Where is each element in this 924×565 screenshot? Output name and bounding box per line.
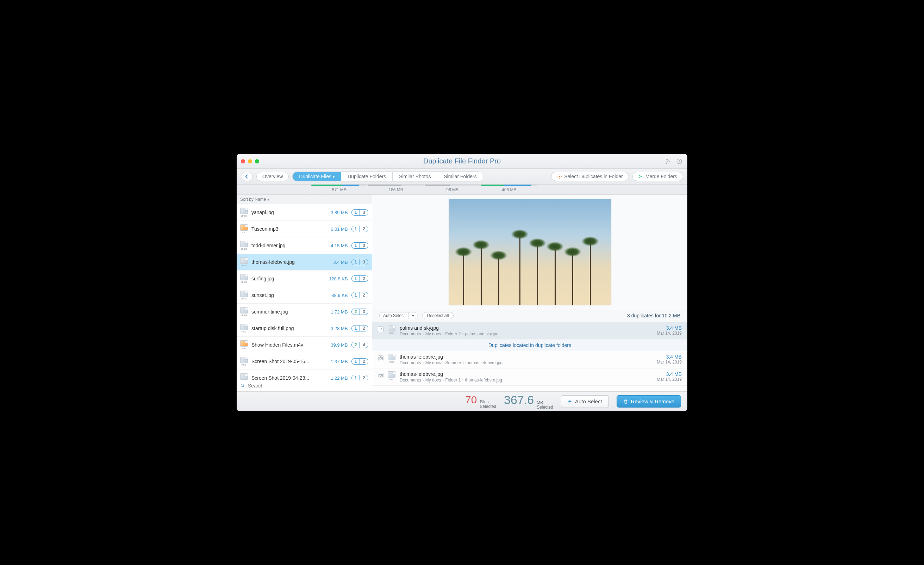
count-badge: 24	[351, 342, 368, 348]
file-size: 3.28 MB	[323, 326, 348, 331]
svg-point-11	[380, 375, 382, 377]
svg-point-0	[666, 163, 667, 164]
duplicate-size: 3.4 MB	[657, 354, 682, 360]
list-item[interactable]: PNGstartup disk full.png3.28 MB12	[237, 320, 372, 337]
svg-line-7	[243, 386, 244, 388]
footer-auto-select-button[interactable]: ✦ Auto Select	[561, 395, 609, 408]
list-item[interactable]: PNGScreen Shot 2019-05-16...1.37 MB12	[237, 353, 372, 370]
view-tabs: Duplicate Files Duplicate Folders Simila…	[292, 171, 483, 182]
file-icon: JPEG	[240, 241, 248, 250]
duplicate-name: thomas-lefebvre.jpg	[400, 354, 652, 360]
tab-duplicate-files[interactable]: Duplicate Files	[292, 172, 341, 181]
duplicate-name: palms and sky.jpg	[400, 325, 652, 331]
tab-similar-folders[interactable]: Similar Folders	[437, 172, 483, 181]
count-badge: 13	[351, 242, 368, 249]
list-item[interactable]: MP3Tuscon.mp36.01 MB12	[237, 221, 372, 237]
search-bar[interactable]	[237, 380, 372, 391]
count-badge: 12	[351, 358, 368, 365]
target-icon	[557, 174, 562, 179]
file-size: 1.72 MB	[323, 309, 348, 314]
file-icon: JPEG	[240, 307, 248, 316]
file-name: yanapi.jpg	[251, 210, 320, 215]
file-name: startup disk full.png	[251, 326, 320, 331]
list-item[interactable]: JPEGyanapi.jpg3.89 MB13	[237, 204, 372, 221]
svg-point-9	[380, 358, 382, 359]
list-item[interactable]: JPEGtodd-diemer.jpg4.15 MB13	[237, 237, 372, 254]
file-icon: PNG	[240, 324, 248, 333]
list-item[interactable]: JPEGsunset.jpg88.9 KB12	[237, 287, 372, 304]
camera-icon[interactable]	[378, 355, 384, 361]
rss-icon[interactable]	[665, 158, 671, 164]
duplicate-row[interactable]: JPEGthomas-lefebvre.jpgDocuments›My docs…	[372, 368, 687, 386]
file-name: Show Hidden Files.m4v	[251, 342, 320, 348]
list-item[interactable]: JPEGthomas-lefebvre.jpg3.4 MB13	[237, 254, 372, 270]
trash-icon	[623, 399, 628, 404]
list-item[interactable]: M4VShow Hidden Files.m4v39.9 MB24	[237, 337, 372, 353]
search-input[interactable]	[248, 383, 368, 389]
mb-selected-stat: 367.6 MBSelected	[504, 393, 553, 410]
merge-icon	[638, 174, 644, 179]
file-icon: M4V	[240, 340, 248, 349]
file-size: 6.01 MB	[323, 227, 348, 232]
list-item[interactable]: PNGScreen Shot 2019-04-23...1.22 MB12	[237, 370, 372, 380]
sort-dropdown[interactable]: Sort by Name ▾	[237, 195, 372, 204]
duplicate-date: Mar 14, 2019	[657, 377, 682, 382]
file-name: sunset.jpg	[251, 292, 320, 298]
duplicate-row[interactable]: ✓JPEGpalms and sky.jpgDocuments›My docs›…	[372, 322, 687, 340]
file-list[interactable]: JPEGyanapi.jpg3.89 MB13MP3Tuscon.mp36.01…	[237, 204, 372, 380]
progress-item: 406 MB	[481, 185, 537, 192]
merge-folders-button[interactable]: Merge Folders	[632, 172, 683, 181]
count-badge: 12	[351, 292, 368, 298]
window-title: Duplicate File Finder Pro	[237, 157, 687, 165]
duplicate-size: 3.4 MB	[657, 371, 682, 377]
duplicate-date: Mar 14, 2019	[657, 331, 682, 336]
info-icon[interactable]	[676, 158, 682, 164]
toolbar: Overview Duplicate Files Duplicate Folde…	[237, 169, 687, 185]
file-icon: JPEG	[388, 325, 396, 334]
svg-point-3	[679, 160, 679, 160]
app-window: Duplicate File Finder Pro Overview Dupli…	[237, 154, 687, 411]
progress-row: 571 MB186 MB96 MB406 MB	[237, 185, 687, 195]
count-badge: 13	[351, 259, 368, 265]
file-size: 39.9 MB	[323, 343, 348, 348]
camera-icon[interactable]	[378, 373, 384, 378]
count-badge: 13	[351, 209, 368, 216]
select-duplicates-in-folder-button[interactable]: Select Duplicates in Folder	[551, 172, 629, 181]
file-size: 128.8 KB	[323, 276, 348, 281]
file-icon: PNG	[240, 373, 248, 380]
overview-button[interactable]: Overview	[256, 172, 289, 181]
detail-actions: Auto Select ▾ Deselect All 3 duplicates …	[372, 309, 687, 322]
file-name: thomas-lefebvre.jpg	[251, 259, 320, 265]
file-name: Screen Shot 2019-04-23...	[251, 375, 320, 380]
file-name: Screen Shot 2019-05-16...	[251, 359, 320, 364]
file-icon: JPEG	[240, 274, 248, 283]
count-badge: 12	[351, 275, 368, 282]
duplicate-name: thomas-lefebvre.jpg	[400, 371, 652, 377]
duplicate-date: Mar 14, 2019	[657, 360, 682, 365]
back-button[interactable]	[241, 172, 253, 181]
duplicate-path: Documents›My docs›Folder 1›thomas-lefebv…	[400, 378, 652, 383]
auto-select-detail-button[interactable]: Auto Select	[380, 313, 408, 319]
tab-duplicate-folders[interactable]: Duplicate Folders	[341, 172, 393, 181]
progress-item: 186 MB	[368, 185, 424, 192]
review-remove-button[interactable]: Review & Remove	[616, 395, 681, 407]
file-name: summer time.jpg	[251, 309, 320, 314]
file-icon: PNG	[240, 357, 248, 366]
count-badge: 12	[351, 325, 368, 332]
list-item[interactable]: JPEGsummer time.jpg1.72 MB23	[237, 304, 372, 320]
list-item[interactable]: JPEGsurfing.jpg128.8 KB12	[237, 270, 372, 287]
duplicate-row[interactable]: JPEGthomas-lefebvre.jpgDocuments›My docs…	[372, 351, 687, 368]
file-icon: JPEG	[240, 208, 248, 217]
duplicate-path: Documents›My docs›Folder 2›palms and sky…	[400, 332, 652, 337]
file-icon: JPEG	[388, 371, 396, 380]
file-size: 4.15 MB	[323, 243, 348, 248]
count-badge: 12	[351, 375, 368, 380]
progress-item: 96 MB	[424, 185, 481, 192]
checkbox[interactable]: ✓	[378, 326, 384, 332]
auto-select-dropdown-button[interactable]: ▾	[408, 313, 418, 319]
deselect-all-button[interactable]: Deselect All	[422, 312, 453, 319]
file-name: surfing.jpg	[251, 276, 320, 281]
tab-similar-photos[interactable]: Similar Photos	[393, 172, 437, 181]
search-icon	[240, 383, 245, 388]
preview-image	[449, 199, 611, 305]
